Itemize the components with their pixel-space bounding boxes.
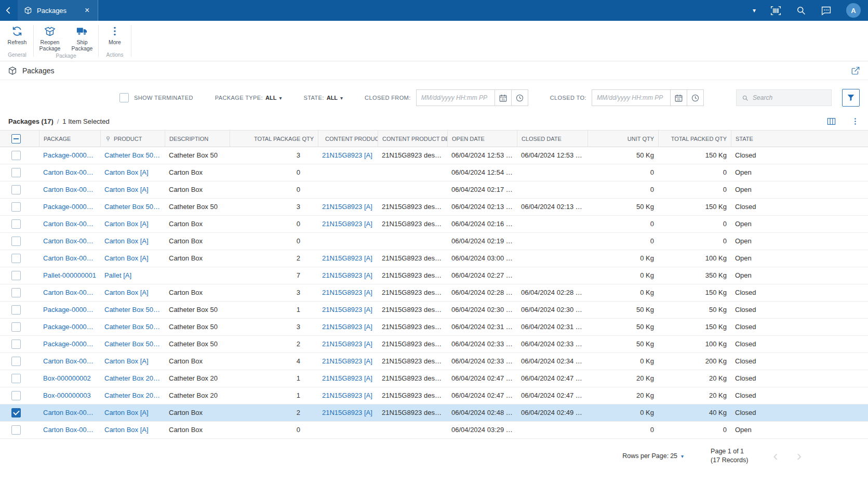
ship-package-button[interactable]: Ship Package (66, 25, 98, 51)
reopen-package-button[interactable]: Reopen Package (34, 25, 66, 51)
more-button[interactable]: More (99, 25, 131, 45)
column-header-content-product-desc[interactable]: CONTENT PRODUCT DE... (378, 130, 447, 147)
content-product-link[interactable]: 21N15G8923 [A] (318, 199, 378, 215)
grid-more-icon[interactable] (851, 117, 860, 126)
row-checkbox[interactable] (11, 322, 21, 332)
table-row[interactable]: Carton Box-00000001 Carton Box [A] Carto… (0, 353, 868, 370)
column-header-package[interactable]: PACKAGE (39, 130, 100, 147)
table-row[interactable]: Box-000000002 Catheter Box 20 [A] Cathet… (0, 370, 868, 387)
select-all-checkbox[interactable] (11, 134, 21, 143)
product-link[interactable]: Carton Box [A] (100, 233, 165, 250)
package-link[interactable]: Package-000000025 (39, 319, 100, 335)
package-link[interactable]: Carton Box-00000000 (39, 164, 100, 181)
refresh-button[interactable]: Refresh (1, 25, 33, 45)
content-product-link[interactable] (318, 233, 378, 250)
table-row[interactable]: Box-000000003 Catheter Box 20 [A] Cathet… (0, 387, 868, 404)
filter-button[interactable] (842, 89, 860, 107)
column-header-total-package-qty[interactable]: TOTAL PACKAGE QTY (230, 130, 318, 147)
table-row[interactable]: Carton Box-00000000 Carton Box [A] Carto… (0, 216, 868, 233)
content-product-link[interactable]: 21N15G8923 [A] (318, 267, 378, 284)
row-checkbox[interactable] (11, 219, 21, 229)
column-header-open-date[interactable]: OPEN DATE (447, 130, 517, 147)
column-header-closed-date[interactable]: CLOSED DATE (517, 130, 587, 147)
tab-close-icon[interactable]: × (85, 6, 89, 15)
table-row[interactable]: Package-000000015 Catheter Box 50 [A] Ca… (0, 199, 868, 216)
avatar[interactable]: A (846, 3, 861, 18)
show-terminated-checkbox[interactable] (119, 93, 129, 102)
product-link[interactable]: Carton Box [A] (100, 353, 165, 370)
product-link[interactable]: Catheter Box 50 [A] (100, 147, 165, 164)
table-row[interactable]: Carton Box-00000000 Carton Box [A] Carto… (0, 164, 868, 181)
search-input[interactable] (753, 94, 826, 101)
barcode-scan-icon[interactable] (770, 5, 781, 16)
package-link[interactable]: Carton Box-00000000 (39, 216, 100, 232)
previous-page-button[interactable]: ‹ (773, 451, 778, 461)
closed-from-input[interactable] (416, 89, 495, 106)
package-link[interactable]: Pallet-000000001 (39, 267, 100, 284)
package-link[interactable]: Box-000000003 (39, 387, 100, 404)
column-chooser-icon[interactable] (826, 116, 836, 126)
content-product-link[interactable]: 21N15G8923 [A] (318, 216, 378, 232)
row-checkbox[interactable] (11, 271, 21, 280)
table-row[interactable]: Carton Box-00000000 Carton Box [A] Carto… (0, 250, 868, 267)
row-checkbox[interactable] (11, 340, 21, 349)
package-link[interactable]: Carton Box-00000000 (39, 284, 100, 301)
next-page-button[interactable]: › (797, 451, 802, 461)
chat-icon[interactable] (821, 5, 832, 16)
search-icon[interactable] (796, 5, 806, 16)
clock-icon[interactable] (511, 89, 528, 106)
product-link[interactable]: Carton Box [A] (100, 164, 165, 181)
table-row[interactable]: Carton Box-00000000 Carton Box [A] Carto… (0, 284, 868, 302)
table-row[interactable]: Package-000000024 Catheter Box 50 [A] Ca… (0, 302, 868, 319)
calendar-icon[interactable]: 31 (495, 89, 512, 106)
rows-per-page-dropdown[interactable]: Rows per Page:25 ▾ (622, 452, 684, 460)
content-product-link[interactable]: 21N15G8923 [A] (318, 353, 378, 370)
package-link[interactable]: Carton Box-00000000 (39, 250, 100, 267)
column-header-unit-qty[interactable]: UNIT QTY (587, 130, 658, 147)
product-link[interactable]: Carton Box [A] (100, 284, 165, 301)
open-in-new-icon[interactable] (851, 66, 860, 75)
row-checkbox[interactable] (11, 425, 21, 435)
content-product-link[interactable] (318, 164, 378, 181)
row-checkbox[interactable] (11, 391, 21, 400)
table-row[interactable]: Package-000000001 Catheter Box 50 [A] Ca… (0, 147, 868, 164)
package-link[interactable]: Carton Box-00000001 (39, 353, 100, 370)
row-checkbox[interactable] (11, 305, 21, 315)
content-product-link[interactable]: 21N15G8923 [A] (318, 336, 378, 353)
package-link[interactable]: Carton Box-00000001 (39, 404, 100, 421)
row-checkbox[interactable] (11, 168, 21, 177)
column-header-total-packed-qty[interactable]: TOTAL PACKED QTY (658, 130, 731, 147)
package-link[interactable]: Carton Box-00000000 (39, 233, 100, 250)
content-product-link[interactable]: 21N15G8923 [A] (318, 147, 378, 164)
row-checkbox[interactable] (11, 202, 21, 212)
package-link[interactable]: Package-000000027 (39, 336, 100, 353)
table-row[interactable]: Package-000000027 Catheter Box 50 [A] Ca… (0, 336, 868, 353)
content-product-link[interactable] (318, 181, 378, 198)
package-link[interactable]: Carton Box-00000000 (39, 181, 100, 198)
table-row[interactable]: Package-000000025 Catheter Box 50 [A] Ca… (0, 319, 868, 336)
product-link[interactable]: Carton Box [A] (100, 250, 165, 267)
product-link[interactable]: Catheter Box 50 [A] (100, 336, 165, 353)
column-header-state[interactable]: STATE (731, 130, 868, 147)
table-row[interactable]: Carton Box-00000000 Carton Box [A] Carto… (0, 233, 868, 250)
column-header-product[interactable]: PRODUCT (100, 130, 165, 147)
chevron-down-icon[interactable]: ▾ (753, 7, 756, 14)
clock-icon[interactable] (687, 89, 704, 106)
package-type-dropdown[interactable]: PACKAGE TYPE: ALL ▾ (215, 95, 282, 101)
package-link[interactable]: Package-000000001 (39, 147, 100, 164)
row-checkbox[interactable] (11, 374, 21, 383)
table-row[interactable]: Carton Box-00000000 Carton Box [A] Carto… (0, 181, 868, 199)
closed-to-input[interactable] (592, 89, 671, 106)
product-link[interactable]: Carton Box [A] (100, 404, 165, 421)
package-link[interactable]: Box-000000002 (39, 370, 100, 387)
content-product-link[interactable]: 21N15G8923 [A] (318, 250, 378, 267)
product-link[interactable]: Catheter Box 50 [A] (100, 199, 165, 215)
table-row[interactable]: Carton Box-00000001 Carton Box [A] Carto… (0, 404, 868, 422)
row-checkbox[interactable] (11, 288, 21, 297)
package-link[interactable]: Package-000000015 (39, 199, 100, 215)
table-row[interactable]: Pallet-000000001 Pallet [A] 7 21N15G8923… (0, 267, 868, 284)
row-checkbox[interactable] (11, 151, 21, 160)
content-product-link[interactable]: 21N15G8923 [A] (318, 302, 378, 318)
row-checkbox[interactable] (11, 408, 21, 417)
product-link[interactable]: Catheter Box 50 [A] (100, 302, 165, 318)
